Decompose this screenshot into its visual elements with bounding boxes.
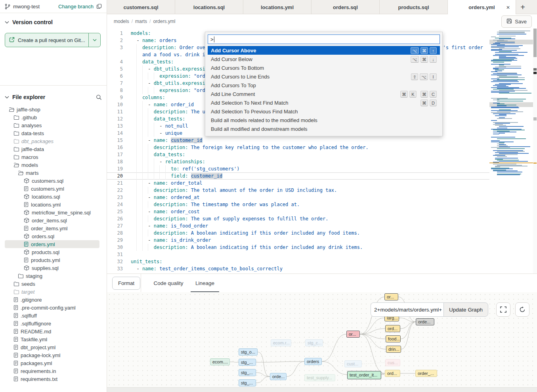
tree-item-metricflow_time_spine.sql[interactable]: metricflow_time_spine.sql	[5, 208, 99, 216]
lineage-node-stg_o[interactable]: stg_o...	[239, 348, 258, 356]
lineage-node-or[interactable]: or...	[346, 331, 360, 338]
tree-item-.github[interactable]: .github	[5, 113, 99, 121]
lineage-node-or[interactable]: or...	[384, 293, 398, 300]
tree-item-README.md[interactable]: README.md	[5, 327, 99, 335]
code-line-17[interactable]: 17data_tests:	[107, 151, 489, 158]
tree-item-requirements.txt[interactable]: requirements.txt	[5, 375, 99, 383]
code-line-24[interactable]: 24description: The timestamp the order w…	[107, 201, 489, 208]
save-button[interactable]: Save	[501, 15, 532, 28]
lineage-node-stg_c[interactable]: stg_c...	[305, 339, 323, 346]
tree-item-dbt_project.yml[interactable]: dbt_project.yml	[5, 343, 99, 351]
lineage-node-stg_[interactable]: stg_...	[239, 379, 256, 386]
tab-locations.sql[interactable]: locations.sql	[175, 0, 243, 14]
close-icon[interactable]: ✕	[506, 5, 510, 10]
code-line-20[interactable]: 20field: customer_id	[107, 172, 489, 180]
code-line-18[interactable]: 18- relationships:	[107, 158, 489, 165]
tree-item-requirements.in[interactable]: requirements.in	[5, 367, 99, 375]
code-line-27[interactable]: 27- name: is_food_order	[107, 222, 489, 229]
command-item[interactable]: Build all modified and downstream models	[208, 124, 440, 133]
tree-item-marts[interactable]: marts	[5, 169, 99, 177]
lineage-node-orde[interactable]: orde...	[416, 318, 434, 325]
lineage-node-orde[interactable]: orde...	[270, 373, 287, 380]
command-item[interactable]: Add Cursors To Top	[208, 81, 440, 90]
fullscreen-button[interactable]	[496, 302, 510, 317]
tree-item-customers.yml[interactable]: customers.yml	[5, 185, 99, 193]
update-graph-button[interactable]: Update Graph	[443, 302, 488, 317]
code-line-15[interactable]: 15- name: customer_id	[107, 137, 489, 144]
lineage-node-ecom[interactable]: ecom....	[210, 358, 230, 365]
lineage-scroll-track[interactable]	[107, 387, 537, 392]
lineage-node-cust[interactable]: cust...	[344, 360, 362, 367]
lineage-node-ord[interactable]: ord...	[385, 370, 400, 377]
tree-item-orders.yml[interactable]: orders.yml	[5, 240, 99, 248]
code-line-22[interactable]: 22description: The total amount of the o…	[107, 187, 489, 194]
tab-locations.yml[interactable]: locations.yml	[243, 0, 311, 14]
tree-item-jaffle-data[interactable]: jaffle-data	[5, 145, 99, 153]
code-line-33[interactable]: 33- name: test_order_items_compute_to_bo…	[107, 265, 489, 272]
change-branch-link[interactable]: Change branch	[58, 4, 94, 10]
command-item[interactable]: Add Line Comment⌘K⌘C	[208, 90, 440, 98]
tree-item-packages.yml[interactable]: packages.yml	[5, 359, 99, 367]
lineage-node-ord[interactable]: ord...	[385, 325, 400, 332]
editor-scrollbar[interactable]	[533, 29, 537, 273]
tree-item-jaffle-shop[interactable]: jaffle-shop	[5, 105, 99, 113]
command-item[interactable]: Add Cursors To Bottom	[208, 63, 440, 72]
version-control-header[interactable]: Version control	[5, 17, 102, 27]
lineage-node-drin[interactable]: drin...	[386, 346, 401, 353]
lineage-node-food[interactable]: food...	[386, 335, 401, 342]
code-line-31[interactable]: 31	[107, 251, 489, 258]
tree-item-products.yml[interactable]: products.yml	[5, 256, 99, 264]
tree-item-.pre-commit-config.yaml[interactable]: .pre-commit-config.yaml	[5, 304, 99, 312]
tree-item-data-tests[interactable]: data-tests	[5, 129, 99, 137]
tab-products.sql[interactable]: products.sql	[380, 0, 448, 14]
breadcrumb-item[interactable]: marts	[135, 19, 147, 24]
tree-item-order_items.yml[interactable]: order_items.yml	[5, 224, 99, 232]
copy-icon[interactable]	[96, 4, 102, 9]
refresh-button[interactable]	[515, 302, 529, 317]
code-line-23[interactable]: 23- name: ordered_at	[107, 194, 489, 201]
tree-item-staging[interactable]: staging	[5, 272, 99, 280]
lineage-node-test_supply[interactable]: test_supply...	[304, 374, 335, 381]
lineage-node-test_order_it[interactable]: test_order_it...	[347, 371, 381, 379]
code-line-25[interactable]: 25- name: order_cost	[107, 208, 489, 215]
pr-dropdown-caret[interactable]	[88, 33, 100, 47]
lineage-node-cus[interactable]: cus...	[385, 359, 400, 366]
tree-item-macros[interactable]: macros	[5, 153, 99, 161]
tree-item-.gitignore[interactable]: .gitignore	[5, 296, 99, 304]
code-line-30[interactable]: 30description: A boolean indicating if t…	[107, 244, 489, 251]
search-icon[interactable]	[96, 94, 102, 100]
command-item[interactable]: Add Cursors to Line Ends⇧⌥I	[208, 72, 440, 81]
command-item[interactable]: Add Selection To Next Find Match⌘D	[208, 98, 440, 107]
command-item[interactable]: Add Cursor Above⌥⌘↑	[208, 46, 440, 55]
bottom-tab-Lineage[interactable]: Lineage	[191, 274, 219, 293]
breadcrumb-item[interactable]: models	[114, 19, 129, 24]
lineage-node-stg_[interactable]: stg_...	[239, 369, 256, 376]
code-line-29[interactable]: 29- name: is_drink_order	[107, 237, 489, 244]
tree-item-products.sql[interactable]: products.sql	[5, 248, 99, 256]
command-item[interactable]: Add Selection To Previous Find Match	[208, 107, 440, 116]
tree-item-.sqlfluff[interactable]: .sqlfluff	[5, 312, 99, 319]
lineage-node-order_[interactable]: order_...	[415, 370, 437, 377]
breadcrumb-item[interactable]: orders.yml	[153, 19, 175, 24]
tree-item-package-lock.yml[interactable]: package-lock.yml	[5, 351, 99, 359]
code-line-32[interactable]: 32unit_tests:	[107, 258, 489, 265]
command-item[interactable]: Build all models related to the modified…	[208, 116, 440, 124]
format-button[interactable]: Format	[112, 277, 140, 290]
tree-item-models[interactable]: models	[5, 161, 99, 169]
minimap[interactable]	[489, 29, 533, 273]
tab-orders.yml[interactable]: orders.yml✕	[448, 0, 516, 15]
code-line-16[interactable]: 16description: The foreign key relating …	[107, 144, 489, 151]
tree-item-dbt_packages[interactable]: dbt_packages	[5, 137, 99, 145]
tree-item-locations.sql[interactable]: locations.sql	[5, 193, 99, 201]
tree-item-Taskfile.yml[interactable]: Taskfile.yml	[5, 335, 99, 343]
command-palette-input[interactable]: >	[208, 34, 440, 44]
code-line-21[interactable]: 21- name: order_total	[107, 180, 489, 187]
tree-item-orders.sql[interactable]: orders.sql	[5, 232, 99, 240]
lineage-node-stg_[interactable]: stg_...	[239, 359, 256, 366]
create-pr-button[interactable]: Create a pull request on Git...	[5, 33, 101, 47]
tree-item-seeds[interactable]: seeds	[5, 280, 99, 288]
lineage-node-ecomr[interactable]: ecom.r...	[271, 339, 291, 346]
lineage-node-orders[interactable]: orders	[304, 358, 322, 365]
code-line-26[interactable]: 26description: The sum of supply expense…	[107, 215, 489, 222]
tree-item-supplies.sql[interactable]: supplies.sql	[5, 264, 99, 272]
